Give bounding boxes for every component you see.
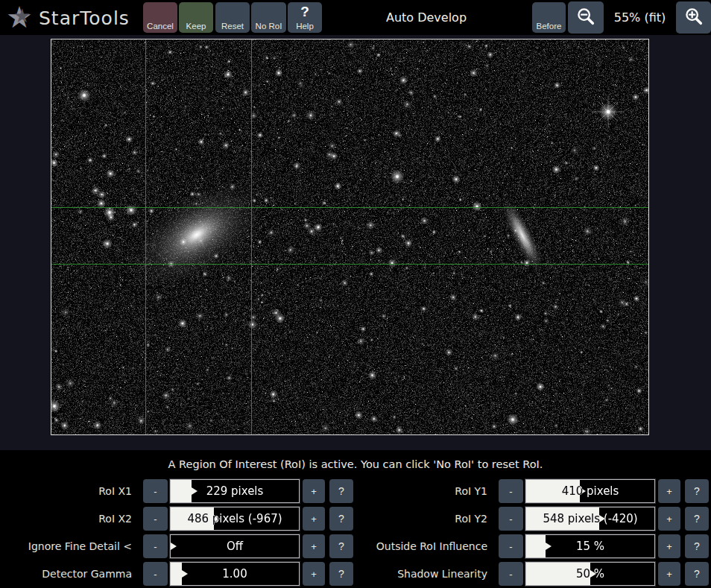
- decrement-button[interactable]: -: [143, 534, 168, 558]
- increment-button[interactable]: +: [658, 534, 680, 558]
- parameter-panel: A Region Of Interest (RoI) is active. Yo…: [0, 450, 711, 588]
- param-slider[interactable]: 410 pixels: [525, 479, 655, 503]
- increment-button[interactable]: +: [303, 479, 325, 503]
- parameter-grid: RoI X1 - 229 pixels + ? RoI X2 -: [0, 479, 711, 588]
- help-button[interactable]: ? Help: [288, 2, 322, 33]
- param-row-outside-roi-influence: Outside RoI Influence - 15 % + ?: [356, 534, 711, 558]
- no-roi-button[interactable]: No RoI: [251, 2, 286, 33]
- decrement-button[interactable]: -: [499, 507, 523, 531]
- decrement-button[interactable]: -: [499, 534, 523, 558]
- zoom-out-button[interactable]: [568, 1, 604, 34]
- zoom-out-icon: [575, 6, 596, 27]
- param-row-roi-y1: RoI Y1 - 410 pixels + ?: [356, 479, 711, 503]
- param-help-button[interactable]: ?: [685, 479, 709, 503]
- param-label: RoI X1: [0, 479, 143, 503]
- decrement-button[interactable]: -: [499, 479, 523, 503]
- startools-logo-icon: ★★: [6, 3, 36, 33]
- param-value: 229 pixels: [171, 480, 299, 502]
- topbar: ★★ StarTools Cancel Keep Reset No RoI ? …: [0, 0, 711, 35]
- zoom-level: 55% (fit): [604, 0, 676, 35]
- param-help-button[interactable]: ?: [685, 507, 709, 531]
- app-window: ★★ StarTools Cancel Keep Reset No RoI ? …: [0, 0, 711, 588]
- brand-name: StarTools: [39, 7, 130, 29]
- param-value: 486 pixels (-967): [171, 508, 299, 530]
- increment-button[interactable]: +: [303, 562, 325, 586]
- param-label: RoI Y2: [356, 507, 499, 531]
- param-help-button[interactable]: ?: [329, 507, 353, 531]
- increment-button[interactable]: +: [658, 507, 680, 531]
- param-value: 410 pixels: [526, 480, 654, 502]
- logo: ★★ StarTools: [6, 3, 130, 33]
- param-slider[interactable]: 548 pixels (-420): [525, 507, 655, 531]
- before-button[interactable]: Before: [532, 2, 566, 33]
- param-help-button[interactable]: ?: [329, 479, 353, 503]
- increment-button[interactable]: +: [658, 479, 680, 503]
- param-label: Outside RoI Influence: [356, 534, 499, 558]
- cancel-button[interactable]: Cancel: [143, 2, 177, 33]
- decrement-button[interactable]: -: [143, 507, 168, 531]
- decrement-button[interactable]: -: [499, 562, 523, 586]
- param-row-detector-gamma: Detector Gamma - 1.00 + ?: [0, 562, 356, 586]
- param-row-roi-x1: RoI X1 - 229 pixels + ?: [0, 479, 356, 503]
- keep-button-label: Keep: [186, 22, 206, 31]
- reset-button-label: Reset: [221, 22, 244, 31]
- starfield-canvas[interactable]: [51, 39, 648, 434]
- parameter-column-left: RoI X1 - 229 pixels + ? RoI X2 -: [0, 479, 356, 588]
- param-slider[interactable]: 15 %: [525, 534, 655, 558]
- param-row-shadow-linearity: Shadow Linearity - 50 % + ?: [356, 562, 711, 586]
- module-title: Auto Develop: [320, 0, 532, 35]
- param-label: Shadow Linearity: [356, 562, 499, 586]
- param-slider[interactable]: 229 pixels: [170, 479, 300, 503]
- no-roi-button-label: No RoI: [256, 22, 282, 31]
- help-button-label: Help: [296, 22, 314, 31]
- param-help-button[interactable]: ?: [329, 562, 353, 586]
- param-help-button[interactable]: ?: [685, 562, 709, 586]
- question-mark-icon: ?: [288, 2, 322, 22]
- zoom-in-icon: [683, 6, 704, 27]
- param-slider[interactable]: 50 %: [525, 562, 655, 586]
- param-row-ignore-fine-detail: Ignore Fine Detail < - Off + ?: [0, 534, 356, 558]
- before-button-label: Before: [537, 22, 562, 31]
- keep-button[interactable]: Keep: [179, 2, 213, 33]
- parameter-column-right: RoI Y1 - 410 pixels + ? RoI Y2 -: [356, 479, 711, 588]
- cancel-button-label: Cancel: [147, 22, 174, 31]
- preview-image[interactable]: [51, 39, 649, 435]
- decrement-button[interactable]: -: [143, 562, 168, 586]
- param-row-roi-y2: RoI Y2 - 548 pixels (-420) + ?: [356, 507, 711, 531]
- param-slider[interactable]: Off: [170, 534, 300, 558]
- increment-button[interactable]: +: [658, 562, 680, 586]
- param-help-button[interactable]: ?: [329, 534, 353, 558]
- param-value: 15 %: [526, 535, 654, 557]
- param-label: Ignore Fine Detail <: [0, 534, 143, 558]
- decrement-button[interactable]: -: [143, 479, 168, 503]
- param-value: Off: [171, 535, 299, 557]
- param-value: 1.00: [171, 563, 299, 585]
- image-viewport: [0, 35, 711, 450]
- param-value: 50 %: [526, 563, 654, 585]
- param-slider[interactable]: 1.00: [170, 562, 300, 586]
- zoom-in-button[interactable]: [676, 1, 711, 34]
- param-label: Detector Gamma: [0, 562, 143, 586]
- param-slider[interactable]: 486 pixels (-967): [170, 507, 300, 531]
- increment-button[interactable]: +: [303, 534, 325, 558]
- param-help-button[interactable]: ?: [685, 534, 709, 558]
- param-value: 548 pixels (-420): [526, 508, 654, 530]
- param-label: RoI Y1: [356, 479, 499, 503]
- increment-button[interactable]: +: [303, 507, 325, 531]
- param-label: RoI X2: [0, 507, 143, 531]
- roi-status-message: A Region Of Interest (RoI) is active. Yo…: [0, 450, 711, 479]
- reset-button[interactable]: Reset: [215, 2, 250, 33]
- param-row-roi-x2: RoI X2 - 486 pixels (-967) + ?: [0, 507, 356, 531]
